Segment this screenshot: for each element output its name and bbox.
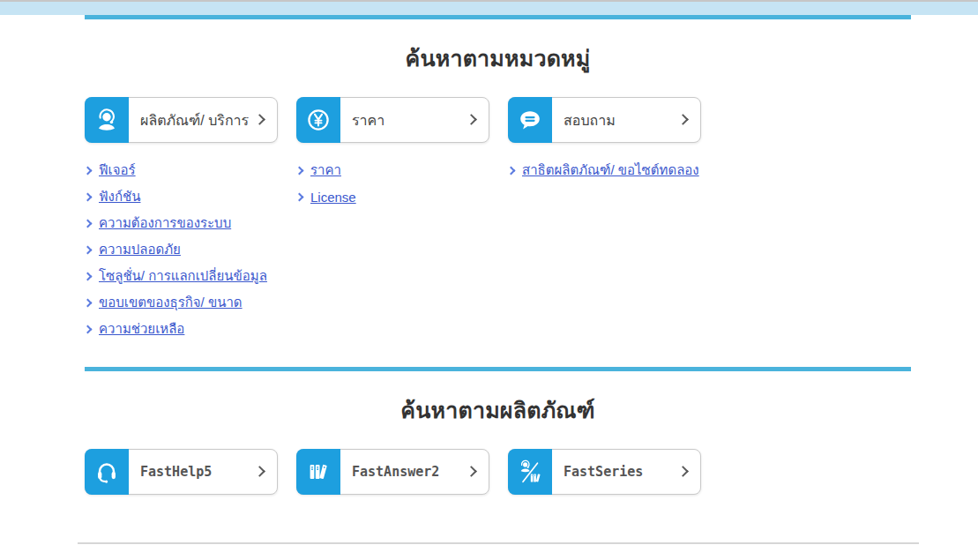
link-features[interactable]: ฟีเจอร์ [99, 160, 136, 181]
chevron-right-icon [84, 219, 93, 228]
chevron-right-icon [466, 114, 477, 125]
product-card-fasthelp5[interactable]: FastHelp5 [85, 449, 278, 495]
list-item: ความช่วยเหลือ [85, 316, 296, 342]
chevron-right-icon [84, 166, 93, 175]
section-title-products: ค้นหาตามผลิตภัณฑ์ [85, 396, 911, 424]
bottom-divider [78, 542, 919, 544]
chevron-right-icon [677, 114, 689, 125]
category-links-products-services: ฟีเจอร์ ฟังก์ชัน ความต้องการของระบบ ความ… [85, 157, 296, 342]
link-price[interactable]: ราคา [310, 160, 341, 181]
category-column-inquiry: สอบถาม สาธิตผลิตภัณฑ์/ ขอไซต์ทดลอง [508, 97, 720, 183]
category-card-label: ราคา [352, 109, 384, 131]
chevron-right-icon [84, 272, 93, 280]
list-item: โซลูชั่น/ การแลกเปลี่ยนข้อมูล [85, 263, 296, 289]
operator-slash-books-icon [508, 449, 552, 495]
chevron-right-icon [466, 466, 477, 477]
main-content: ค้นหาตามหมวดหมู่ ผลิตภัณฑ์/ บริการ ฟีเจอ… [85, 44, 911, 495]
products-grid: FastHelp5 [85, 449, 911, 495]
list-item: ฟังก์ชัน [85, 183, 296, 210]
product-card-label: FastAnswer2 [352, 464, 439, 480]
category-links-price: ราคา License [296, 157, 508, 210]
category-column-products-services: ผลิตภัณฑ์/ บริการ ฟีเจอร์ ฟังก์ชัน ความต… [85, 97, 296, 342]
chevron-right-icon [295, 166, 304, 175]
chevron-right-icon [84, 245, 93, 254]
category-card-price[interactable]: ราคา [296, 97, 489, 143]
chevron-right-icon [84, 325, 93, 333]
link-system-requirements[interactable]: ความต้องการของระบบ [99, 213, 231, 234]
header-accent-rule [85, 15, 911, 19]
list-item: ความปลอดภัย [85, 236, 296, 263]
list-item: ความต้องการของระบบ [85, 210, 296, 236]
section-title-categories: ค้นหาตามหมวดหมู่ [85, 44, 911, 72]
category-card-inquiry[interactable]: สอบถาม [508, 97, 701, 143]
chevron-right-icon [84, 192, 93, 201]
chevron-right-icon [677, 466, 689, 477]
category-card-label: ผลิตภัณฑ์/ บริการ [140, 109, 249, 131]
chevron-right-icon [254, 114, 265, 125]
product-card-label: FastSeries [564, 464, 643, 480]
list-item: ฟีเจอร์ [85, 157, 296, 183]
product-column-fasthelp5: FastHelp5 [85, 449, 296, 495]
category-column-price: ราคา ราคา License [296, 97, 508, 210]
product-column-fastanswer2: FastAnswer2 [296, 449, 508, 495]
chevron-right-icon [507, 166, 516, 175]
section-divider [85, 367, 911, 371]
link-security[interactable]: ความปลอดภัย [99, 239, 181, 260]
list-item: ขอบเขตของธุรกิจ/ ขนาด [85, 289, 296, 316]
link-solutions-data-exchange[interactable]: โซลูชั่น/ การแลกเปลี่ยนข้อมูล [99, 265, 267, 287]
chevron-right-icon [254, 466, 265, 477]
categories-grid: ผลิตภัณฑ์/ บริการ ฟีเจอร์ ฟังก์ชัน ความต… [85, 97, 911, 342]
link-demo-trial-site[interactable]: สาธิตผลิตภัณฑ์/ ขอไซต์ทดลอง [522, 160, 699, 181]
product-card-fastanswer2[interactable]: FastAnswer2 [296, 449, 489, 495]
headset-icon [85, 449, 129, 495]
category-links-inquiry: สาธิตผลิตภัณฑ์/ ขอไซต์ทดลอง [508, 157, 720, 183]
link-license[interactable]: License [310, 190, 356, 205]
chevron-right-icon [84, 298, 93, 307]
link-support[interactable]: ความช่วยเหลือ [99, 318, 184, 340]
list-item: License [296, 183, 508, 210]
top-bar [0, 0, 978, 15]
list-item: ราคา [296, 157, 508, 183]
category-card-products-services[interactable]: ผลิตภัณฑ์/ บริการ [85, 97, 278, 143]
product-card-label: FastHelp5 [140, 464, 212, 480]
link-business-scope-size[interactable]: ขอบเขตของธุรกิจ/ ขนาด [99, 292, 243, 313]
books-icon [296, 449, 340, 495]
speech-bubble-icon [508, 97, 552, 143]
category-card-label: สอบถาม [564, 109, 616, 131]
operator-headset-icon [85, 97, 129, 143]
link-functions[interactable]: ฟังก์ชัน [99, 186, 140, 207]
product-column-fastseries: FastSeries [508, 449, 720, 495]
list-item: สาธิตผลิตภัณฑ์/ ขอไซต์ทดลอง [508, 157, 720, 183]
chevron-right-icon [295, 192, 304, 201]
product-card-fastseries[interactable]: FastSeries [508, 449, 701, 495]
yen-coin-icon [296, 97, 340, 143]
